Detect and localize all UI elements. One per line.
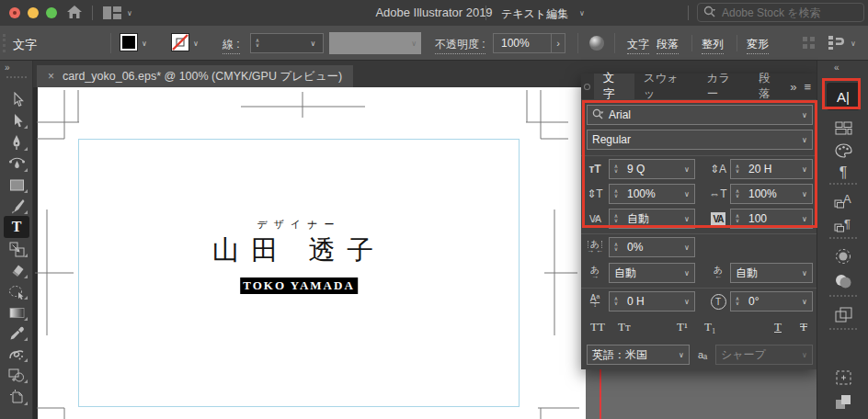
gradient-icon[interactable] xyxy=(827,269,860,293)
transform-link[interactable]: 変形 xyxy=(747,37,769,54)
stroke-weight-label[interactable]: 線 : xyxy=(223,37,240,54)
chevron-down-icon[interactable]: ∨ xyxy=(680,269,694,277)
fill-color-swatch[interactable] xyxy=(120,33,138,51)
chevron-down-icon[interactable]: ∨ xyxy=(674,351,689,359)
chevron-down-icon[interactable]: ∨ xyxy=(797,298,812,306)
expand-tools-icon[interactable]: » xyxy=(5,62,10,73)
eraser-tool[interactable] xyxy=(4,261,29,280)
artboards-icon[interactable] xyxy=(827,302,860,326)
language-dropdown[interactable]: 英語：米国∨ xyxy=(587,345,690,365)
dock-grip[interactable] xyxy=(829,237,857,239)
chevron-down-icon[interactable]: ∨ xyxy=(797,111,812,119)
stepper-icon[interactable]: ∧∨ xyxy=(251,39,264,48)
opacity-label[interactable]: 不透明度 : xyxy=(435,37,485,54)
chevron-down-icon[interactable]: ∨ xyxy=(142,40,147,48)
rectangle-tool[interactable] xyxy=(4,176,29,195)
chevron-down-icon[interactable]: ∨ xyxy=(680,165,694,174)
paintbrush-tool[interactable] xyxy=(4,197,29,216)
shape-builder-tool[interactable] xyxy=(4,366,29,385)
character-styles-icon[interactable]: A xyxy=(827,188,860,212)
panel-grip[interactable] xyxy=(3,34,6,52)
stepper-icon[interactable]: ∧∨ xyxy=(731,214,744,223)
tracking-field[interactable]: ∧∨ 100∨ xyxy=(730,209,813,229)
type-tool[interactable]: T xyxy=(4,216,29,238)
stroke-color-swatch[interactable] xyxy=(171,33,189,51)
font-size-field[interactable]: ∧∨ 9 Q∨ xyxy=(609,159,695,179)
direct-selection-tool[interactable] xyxy=(4,111,29,130)
all-caps-button[interactable]: TT xyxy=(590,320,605,334)
opacity-field[interactable]: 100% xyxy=(493,33,552,53)
curvature-tool[interactable] xyxy=(4,154,29,174)
dock-arrange-icon[interactable] xyxy=(828,35,844,53)
globe-icon[interactable] xyxy=(588,35,605,54)
chevron-down-icon[interactable]: ∨ xyxy=(193,40,199,48)
character-rotation-field[interactable]: ∧∨ 0°∨ xyxy=(730,291,813,311)
stepper-icon[interactable]: ∧∨ xyxy=(610,243,622,252)
stepper-icon[interactable]: ∧∨ xyxy=(610,214,622,223)
close-tab-icon[interactable]: × xyxy=(48,70,54,83)
panel-overflow-icon[interactable]: » xyxy=(790,80,796,94)
aki-right-dropdown[interactable]: 自動∨ xyxy=(730,263,813,283)
chevron-down-icon[interactable]: ∨ xyxy=(797,215,812,223)
workspace-switcher[interactable]: テキスト編集 xyxy=(501,6,568,22)
small-caps-button[interactable]: Tᴛ xyxy=(618,320,631,334)
adobe-stock-search[interactable] xyxy=(697,3,864,22)
underline-button[interactable]: T xyxy=(774,320,782,334)
stepper-icon[interactable]: ∧∨ xyxy=(731,189,744,198)
horizontal-scale-field[interactable]: ∧∨ 100%∨ xyxy=(730,184,813,204)
selection-tool[interactable] xyxy=(4,90,29,109)
tab-swatches[interactable]: スウォッ xyxy=(634,74,698,99)
chevron-down-icon[interactable]: ∨ xyxy=(797,269,812,277)
baseline-shift-field[interactable]: ∧∨ 0 H∨ xyxy=(609,291,695,311)
panel-menu-icon[interactable]: ≡ xyxy=(804,80,811,94)
tab-color[interactable]: カラー xyxy=(698,74,749,99)
kerning-field[interactable]: ∧∨ 自動∨ xyxy=(609,209,695,229)
dock-grip[interactable] xyxy=(829,295,857,297)
pathfinder-icon[interactable] xyxy=(827,390,860,413)
transparency-icon[interactable] xyxy=(827,244,860,268)
tab-character[interactable]: 文字 xyxy=(594,74,634,99)
minimize-window-button[interactable] xyxy=(28,7,39,18)
stroke-weight-dropdown[interactable]: ∨ xyxy=(303,33,324,53)
zoom-window-button[interactable] xyxy=(46,7,57,18)
dock-grip[interactable] xyxy=(829,183,857,185)
chevron-down-icon[interactable]: ∨ xyxy=(797,190,812,198)
card-name-text[interactable]: 山田 透子 xyxy=(212,232,385,269)
chevron-down-icon[interactable]: ∨ xyxy=(797,165,812,174)
chevron-down-icon[interactable]: ∨ xyxy=(680,190,694,198)
opacity-more-button[interactable]: › xyxy=(551,33,565,53)
paragraph-link[interactable]: 段落 xyxy=(657,37,679,54)
strikethrough-button[interactable]: T xyxy=(800,320,807,334)
stepper-icon[interactable]: ∧∨ xyxy=(610,189,622,198)
paragraph-icon[interactable]: ¶ xyxy=(827,161,860,185)
leading-field[interactable]: ∧∨ 20 H∨ xyxy=(730,159,813,179)
card-name-en-selected-text[interactable]: TOKO YAMADA xyxy=(240,277,358,294)
tab-paragraph[interactable]: 段落 xyxy=(749,74,790,99)
chevron-down-icon[interactable]: ∨ xyxy=(680,243,694,252)
stepper-icon[interactable]: ∧∨ xyxy=(731,164,744,174)
character-panel-icon[interactable]: A| xyxy=(827,83,860,110)
home-icon[interactable] xyxy=(66,5,83,22)
tools-grip[interactable] xyxy=(6,76,27,78)
gradient-tool[interactable] xyxy=(4,303,29,323)
dock-grip[interactable] xyxy=(829,328,857,330)
subscript-button[interactable]: T₁ xyxy=(704,320,715,334)
scale-tool[interactable] xyxy=(4,240,29,259)
paragraph-styles-icon[interactable]: ¶ xyxy=(827,212,860,236)
eyedropper-tool[interactable] xyxy=(4,323,29,343)
chevron-down-icon[interactable]: ∨ xyxy=(680,298,694,306)
transform-icon[interactable] xyxy=(827,366,860,390)
stepper-icon[interactable]: ∧∨ xyxy=(610,164,622,174)
font-family-field[interactable]: Arial ∨ xyxy=(587,105,813,125)
artboard-tool[interactable] xyxy=(4,388,29,407)
chevron-down-icon[interactable]: ∨ xyxy=(680,215,694,223)
tsume-field[interactable]: ∧∨ 0%∨ xyxy=(609,237,695,257)
stepper-icon[interactable]: ∧∨ xyxy=(731,297,744,306)
document-tab[interactable]: × card_yoko_06.eps* @ 100% (CMYK/GPU プレビ… xyxy=(37,65,353,87)
search-input[interactable] xyxy=(720,6,843,20)
swatches-icon[interactable] xyxy=(827,116,860,140)
chevron-down-icon[interactable]: ∨ xyxy=(797,136,812,144)
pen-tool[interactable] xyxy=(4,133,29,153)
chevron-down-icon[interactable]: ∨ xyxy=(851,40,856,48)
card-role-text[interactable]: デザイナー xyxy=(257,218,340,232)
